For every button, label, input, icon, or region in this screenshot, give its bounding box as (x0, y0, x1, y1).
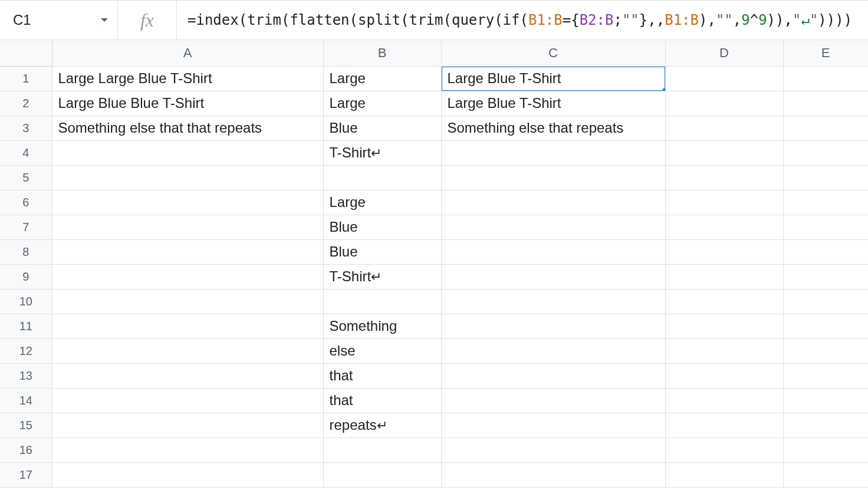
cell-E5[interactable] (783, 165, 868, 190)
select-all-corner[interactable] (0, 40, 52, 66)
cell-D5[interactable] (665, 165, 783, 190)
cell-A14[interactable] (52, 388, 323, 413)
cell-D4[interactable] (665, 140, 783, 165)
cell-E7[interactable] (783, 215, 868, 239)
cell-A11[interactable] (52, 314, 323, 338)
name-box[interactable]: C1 (0, 1, 118, 40)
cell-D16[interactable] (665, 438, 783, 462)
cell-B12[interactable]: else (323, 338, 441, 363)
cell-A17[interactable] (52, 462, 323, 487)
cell-C11[interactable] (441, 314, 665, 338)
fill-handle[interactable] (663, 88, 666, 91)
cell-B5[interactable] (323, 165, 441, 190)
cell-A2[interactable]: Large Blue Blue T-Shirt (52, 91, 323, 116)
row-header-5[interactable]: 5 (0, 165, 52, 190)
cell-B13[interactable]: that (323, 363, 441, 388)
cell-D15[interactable] (665, 413, 783, 438)
cell-C8[interactable] (441, 239, 665, 264)
cell-C13[interactable] (441, 363, 665, 388)
cell-A13[interactable] (52, 363, 323, 388)
cell-B6[interactable]: Large (323, 190, 441, 215)
row-header-4[interactable]: 4 (0, 140, 52, 165)
cell-E12[interactable] (783, 338, 868, 363)
cell-B10[interactable] (323, 289, 441, 314)
row-header-15[interactable]: 15 (0, 413, 52, 438)
cell-E4[interactable] (783, 140, 868, 165)
cell-D14[interactable] (665, 388, 783, 413)
cell-E8[interactable] (783, 239, 868, 264)
cell-A9[interactable] (52, 264, 323, 289)
row-header-12[interactable]: 12 (0, 338, 52, 363)
cell-D13[interactable] (665, 363, 783, 388)
cell-A7[interactable] (52, 215, 323, 239)
spreadsheet-grid[interactable]: ABCDE1Large Large Blue T-ShirtLargeLarge… (0, 40, 868, 488)
row-header-17[interactable]: 17 (0, 462, 52, 487)
cell-D2[interactable] (665, 91, 783, 116)
cell-C1[interactable]: Large Blue T-Shirt (441, 66, 665, 91)
cell-D12[interactable] (665, 338, 783, 363)
column-header-B[interactable]: B (323, 40, 441, 66)
cell-E2[interactable] (783, 91, 868, 116)
row-header-1[interactable]: 1 (0, 66, 52, 91)
cell-C10[interactable] (441, 289, 665, 314)
row-header-16[interactable]: 16 (0, 438, 52, 462)
cell-A5[interactable] (52, 165, 323, 190)
row-header-10[interactable]: 10 (0, 289, 52, 314)
cell-D8[interactable] (665, 239, 783, 264)
cell-B1[interactable]: Large (323, 66, 441, 91)
cell-B16[interactable] (323, 438, 441, 462)
cell-E14[interactable] (783, 388, 868, 413)
cell-A8[interactable] (52, 239, 323, 264)
row-header-14[interactable]: 14 (0, 388, 52, 413)
cell-C17[interactable] (441, 462, 665, 487)
cell-E11[interactable] (783, 314, 868, 338)
row-header-7[interactable]: 7 (0, 215, 52, 239)
cell-B7[interactable]: Blue (323, 215, 441, 239)
cell-E9[interactable] (783, 264, 868, 289)
cell-E17[interactable] (783, 462, 868, 487)
cell-D3[interactable] (665, 116, 783, 140)
cell-C16[interactable] (441, 438, 665, 462)
column-header-D[interactable]: D (665, 40, 783, 66)
cell-D7[interactable] (665, 215, 783, 239)
cell-D10[interactable] (665, 289, 783, 314)
row-header-11[interactable]: 11 (0, 314, 52, 338)
cell-A4[interactable] (52, 140, 323, 165)
cell-B2[interactable]: Large (323, 91, 441, 116)
row-header-13[interactable]: 13 (0, 363, 52, 388)
cell-D1[interactable] (665, 66, 783, 91)
cell-C7[interactable] (441, 215, 665, 239)
cell-A3[interactable]: Something else that that repeats (52, 116, 323, 140)
cell-E15[interactable] (783, 413, 868, 438)
cell-B17[interactable] (323, 462, 441, 487)
cell-C6[interactable] (441, 190, 665, 215)
cell-B3[interactable]: Blue (323, 116, 441, 140)
cell-B15[interactable]: repeats↵ (323, 413, 441, 438)
cell-A6[interactable] (52, 190, 323, 215)
cell-A10[interactable] (52, 289, 323, 314)
row-header-2[interactable]: 2 (0, 91, 52, 116)
cell-D6[interactable] (665, 190, 783, 215)
row-header-8[interactable]: 8 (0, 239, 52, 264)
cell-E1[interactable] (783, 66, 868, 91)
cell-B14[interactable]: that (323, 388, 441, 413)
cell-A15[interactable] (52, 413, 323, 438)
cell-B9[interactable]: T-Shirt↵ (323, 264, 441, 289)
cell-E3[interactable] (783, 116, 868, 140)
cell-D17[interactable] (665, 462, 783, 487)
column-header-C[interactable]: C (441, 40, 665, 66)
cell-A12[interactable] (52, 338, 323, 363)
cell-E16[interactable] (783, 438, 868, 462)
cell-B11[interactable]: Something (323, 314, 441, 338)
cell-D9[interactable] (665, 264, 783, 289)
cell-C12[interactable] (441, 338, 665, 363)
cell-A16[interactable] (52, 438, 323, 462)
cell-E10[interactable] (783, 289, 868, 314)
cell-E6[interactable] (783, 190, 868, 215)
cell-B4[interactable]: T-Shirt↵ (323, 140, 441, 165)
cell-B8[interactable]: Blue (323, 239, 441, 264)
cell-D11[interactable] (665, 314, 783, 338)
cell-C3[interactable]: Something else that repeats (441, 116, 665, 140)
cell-C9[interactable] (441, 264, 665, 289)
cell-C15[interactable] (441, 413, 665, 438)
